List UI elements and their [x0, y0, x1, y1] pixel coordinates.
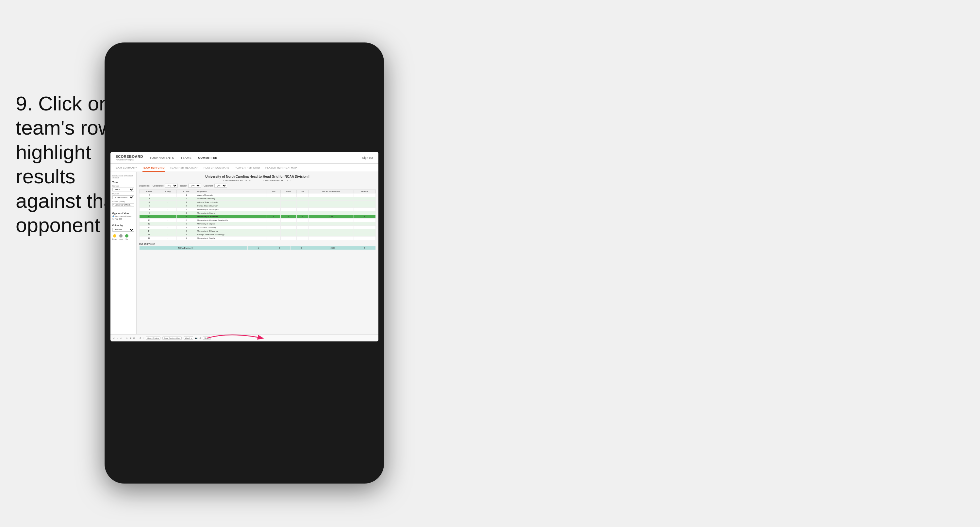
- cell-tie: [296, 226, 309, 229]
- cell-win: [267, 229, 280, 233]
- table-row[interactable]: 11-5University of Alabama3002.618: [139, 215, 375, 218]
- cell-conf: 2: [177, 204, 196, 208]
- table-row[interactable]: 13-1Texas Tech University: [139, 226, 375, 229]
- nav-tournaments[interactable]: TOURNAMENTS: [150, 155, 174, 161]
- subnav-team-h2h-grid[interactable]: TEAM H2H GRID: [143, 164, 165, 172]
- cell-conf: 3: [177, 212, 196, 215]
- cell-win: 3: [267, 215, 280, 218]
- out-of-division-table: NCAA Division II 1 0 0 26.00 3: [139, 246, 376, 250]
- grid-title: University of North Carolina Head-to-Hea…: [139, 175, 376, 178]
- cell-conf: 2: [177, 229, 196, 233]
- legend: Down Level Up: [112, 234, 134, 240]
- cell-rank: 11: [139, 218, 159, 222]
- division-label: Division: [112, 193, 134, 195]
- cell-reg: -: [159, 233, 177, 237]
- cell-win: [267, 208, 280, 212]
- cell-win: [267, 212, 280, 215]
- ood-division: NCAA Division II: [139, 246, 232, 250]
- cell-rounds: [353, 193, 375, 197]
- cell-win: [267, 226, 280, 229]
- cell-rounds: [353, 237, 375, 240]
- region-label: Region: [180, 185, 187, 187]
- cell-rank: 11: [139, 215, 159, 218]
- colour-by-title: Colour by: [112, 224, 134, 226]
- cell-rank: 6: [139, 204, 159, 208]
- gender-select[interactable]: Men's: [112, 188, 134, 191]
- table-row[interactable]: 15-4Georgia Institute of Technology: [139, 233, 375, 237]
- cell-rank: 4: [139, 201, 159, 204]
- legend-up-circle: [125, 234, 129, 237]
- cell-opponent: University of Washington: [196, 208, 267, 212]
- subnav-player-h2h-heatmap[interactable]: PLAYER H2H HEATMAP: [265, 164, 297, 172]
- subnav-team-h2h-heatmap[interactable]: TEAM H2H HEATMAP: [170, 164, 198, 172]
- school-label: School (Rank): [112, 201, 134, 202]
- opponent-select[interactable]: (All): [214, 184, 227, 188]
- table-row[interactable]: 8-2University of Washington: [139, 208, 375, 212]
- table-row[interactable]: 16-3University of Florida: [139, 237, 375, 240]
- cell-conf: 3: [177, 237, 196, 240]
- watch-button[interactable]: Watch ▾: [184, 336, 193, 340]
- cell-win: [267, 233, 280, 237]
- settings-icon[interactable]: ⚙: [199, 337, 201, 339]
- cell-reg: -: [159, 226, 177, 229]
- cell-tie: [296, 208, 309, 212]
- subnav-player-summary[interactable]: PLAYER SUMMARY: [204, 164, 230, 172]
- share-button[interactable]: Share: [203, 336, 211, 340]
- nav-teams[interactable]: TEAMS: [181, 155, 192, 161]
- cell-rounds: [353, 226, 375, 229]
- division-select[interactable]: NCAA Division I: [112, 195, 134, 199]
- camera-icon[interactable]: 📷: [195, 337, 197, 339]
- region-filter: Region (All): [180, 184, 201, 188]
- cell-rank: 14: [139, 229, 159, 233]
- cell-tie: [296, 229, 309, 233]
- radio-dot-opponents: [112, 215, 115, 217]
- sign-out-button[interactable]: Sign out: [362, 156, 373, 159]
- table-row[interactable]: 4-1Arizona State University: [139, 201, 375, 204]
- save-custom-view-button[interactable]: Save Custom View: [162, 336, 182, 340]
- table-row[interactable]: 12-3University of Virginia: [139, 222, 375, 226]
- cell-rank: 12: [139, 222, 159, 226]
- cell-rank: 9: [139, 212, 159, 215]
- table-row[interactable]: 2-1Auburn University: [139, 193, 375, 197]
- cell-opponent: Arizona State University: [196, 201, 267, 204]
- sub-nav: TEAM SUMMARY TEAM H2H GRID TEAM H2H HEAT…: [110, 164, 379, 172]
- view-original-button[interactable]: View: Original: [146, 336, 161, 340]
- clock-icon[interactable]: ⏱: [140, 337, 142, 339]
- table-row[interactable]: 6-2Florida State University: [139, 204, 375, 208]
- table-row[interactable]: 14-2University of Oklahoma: [139, 229, 375, 233]
- out-of-division-section: Out of division NCAA Division II 1 0 0 2…: [139, 243, 376, 250]
- opponent-view-title: Opponent View: [112, 212, 134, 214]
- cell-reg: -: [159, 201, 177, 204]
- nav-committee[interactable]: COMMITTEE: [198, 155, 217, 161]
- cell-rounds: [353, 218, 375, 222]
- subnav-player-h2h-grid[interactable]: PLAYER H2H GRID: [235, 164, 260, 172]
- school-input[interactable]: [112, 203, 134, 207]
- th-tie: Tie: [296, 190, 309, 193]
- cell-loss: [280, 229, 296, 233]
- cell-rounds: [353, 229, 375, 233]
- radio-opponents-played[interactable]: Opponents Played: [112, 215, 134, 217]
- region-select[interactable]: (All): [188, 184, 201, 188]
- table-row[interactable]: 11-6University of Arkansas, Fayetteville: [139, 218, 375, 222]
- cell-diff: [309, 212, 354, 215]
- legend-level: Level: [119, 234, 123, 240]
- conference-select[interactable]: (All): [165, 184, 178, 188]
- cell-loss: [280, 204, 296, 208]
- opponent-label: Opponent: [204, 185, 213, 187]
- cell-loss: 0: [280, 215, 296, 218]
- cell-rounds: 8: [353, 215, 375, 218]
- cell-conf: 3: [177, 222, 196, 226]
- colour-by-select[interactable]: Win/loss: [112, 228, 134, 232]
- cell-opponent: Georgia Institute of Technology: [196, 233, 267, 237]
- out-of-division-row[interactable]: NCAA Division II 1 0 0 26.00 3: [139, 246, 375, 250]
- cell-diff: [309, 208, 354, 212]
- subnav-team-summary[interactable]: TEAM SUMMARY: [115, 164, 137, 172]
- table-row[interactable]: 3-2Vanderbilt University: [139, 197, 375, 201]
- grid-records: Overall Record: 89 - 17 - 0 Division Rec…: [139, 179, 376, 182]
- team-section-title: Team: [112, 181, 134, 184]
- filter-row: Opponents: Conference (All) Region (All)…: [139, 184, 376, 188]
- radio-top100[interactable]: Top 100: [112, 218, 134, 220]
- nav-links: TOURNAMENTS TEAMS COMMITTEE: [150, 155, 363, 161]
- cell-diff: [309, 233, 354, 237]
- table-row[interactable]: 9-3University of Arizona: [139, 212, 375, 215]
